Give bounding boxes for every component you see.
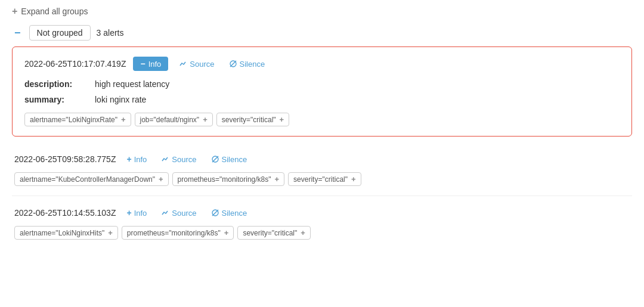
alert-2-tags: alertname="KubeControllerManagerDown" + …	[14, 172, 630, 186]
alert-1-tags: alertname="LokiNginxRate" + job="default…	[24, 113, 620, 126]
expand-all-icon: +	[12, 6, 17, 17]
source-icon-2	[161, 155, 169, 163]
source-icon-3	[161, 209, 169, 217]
tag-severity-1: severity="critical" +	[216, 113, 289, 126]
group-badge: Not grouped	[29, 25, 91, 41]
alert-2-timestamp: 2022-06-25T09:58:28.775Z	[14, 154, 116, 164]
tag-plus-8[interactable]: +	[224, 228, 229, 237]
tag-label: prometheus="monitoring/k8s"	[127, 229, 221, 237]
alert-3-silence-label: Silence	[222, 209, 247, 218]
tag-plus-7[interactable]: +	[108, 228, 113, 237]
alert-3-tags: alertname="LokiNginxHits" + prometheus="…	[14, 226, 630, 240]
alert-1-summary-label: summary:	[24, 95, 90, 104]
tag-label: prometheus="monitoring/k8s"	[178, 175, 271, 184]
alert-1-description-row: description: high request latency	[24, 79, 620, 89]
alert-3-source-button[interactable]: Source	[157, 206, 200, 220]
tag-plus-1[interactable]: +	[121, 115, 126, 124]
alert-1-info-label: Info	[148, 60, 162, 69]
alert-2-header: 2022-06-25T09:58:28.775Z + Info Source S…	[14, 152, 630, 166]
silence-icon-3	[211, 209, 219, 217]
alerts-container: 2022-06-25T10:17:07.419Z − Info Source S…	[12, 46, 632, 249]
alert-2-silence-label: Silence	[222, 155, 247, 164]
expand-all-groups-row[interactable]: + Expand all groups	[12, 6, 632, 17]
alert-2-source-button[interactable]: Source	[157, 153, 200, 166]
alert-1-details: description: high request latency summar…	[24, 79, 620, 104]
alert-3-info-button[interactable]: + Info	[123, 206, 150, 220]
alert-1-info-button[interactable]: − Info	[133, 57, 168, 71]
collapse-group-button[interactable]: −	[12, 27, 23, 38]
tag-severity-3: severity="critical" +	[237, 226, 310, 240]
alert-1-silence-label: Silence	[240, 60, 265, 69]
tag-alertname-1: alertname="LokiNginxRate" +	[24, 113, 131, 126]
alert-1-description-value: high request latency	[95, 79, 169, 89]
tag-plus-3[interactable]: +	[280, 115, 284, 124]
tag-prometheus-3: prometheus="monitoring/k8s" +	[122, 226, 234, 240]
tag-label: job="default/nginx"	[140, 116, 200, 124]
tag-plus-2[interactable]: +	[203, 115, 208, 124]
tag-plus-9[interactable]: +	[301, 228, 305, 237]
alerts-count: 3 alerts	[97, 28, 124, 38]
tag-label: severity="critical"	[293, 175, 348, 184]
expand-all-label: Expand all groups	[21, 7, 88, 16]
alert-2-silence-button[interactable]: Silence	[208, 153, 251, 166]
alert-3-source-label: Source	[172, 209, 196, 218]
alert-1-summary-value: loki nginx rate	[95, 95, 146, 104]
alert-1-description-label: description:	[24, 79, 90, 89]
alert-1-source-label: Source	[190, 60, 214, 69]
alert-1-summary-row: summary: loki nginx rate	[24, 95, 620, 104]
tag-label: alertname="KubeControllerManagerDown"	[20, 175, 155, 184]
alert-card-3: 2022-06-25T10:14:55.103Z + Info Source S…	[12, 196, 632, 249]
tag-alertname-3: alertname="LokiNginxHits" +	[14, 226, 118, 240]
alert-1-source-button[interactable]: Source	[175, 57, 218, 71]
alert-card-1: 2022-06-25T10:17:07.419Z − Info Source S…	[12, 46, 632, 137]
tag-label: alertname="LokiNginxRate"	[30, 116, 117, 124]
tag-label: severity="critical"	[243, 229, 297, 237]
alert-3-timestamp: 2022-06-25T10:14:55.103Z	[14, 208, 116, 218]
silence-icon-2	[211, 155, 219, 163]
group-header: − Not grouped 3 alerts	[12, 25, 632, 41]
alert-1-header: 2022-06-25T10:17:07.419Z − Info Source S…	[24, 57, 620, 71]
silence-icon-1	[229, 60, 237, 68]
alert-2-source-label: Source	[172, 155, 196, 164]
alert-card-2: 2022-06-25T09:58:28.775Z + Info Source S…	[12, 142, 632, 196]
tag-label: severity="critical"	[222, 116, 276, 124]
tag-plus-6[interactable]: +	[351, 175, 356, 184]
alert-3-header: 2022-06-25T10:14:55.103Z + Info Source S…	[14, 206, 630, 220]
tag-plus-5[interactable]: +	[275, 175, 280, 184]
tag-prometheus-2: prometheus="monitoring/k8s" +	[172, 172, 285, 186]
alert-1-timestamp: 2022-06-25T10:17:07.419Z	[24, 59, 126, 69]
alert-3-info-label: Info	[134, 209, 147, 218]
tag-label: alertname="LokiNginxHits"	[20, 229, 104, 237]
tag-job-1: job="default/nginx" +	[135, 113, 213, 126]
alert-2-info-label: Info	[134, 155, 147, 164]
tag-plus-4[interactable]: +	[159, 175, 163, 184]
alert-1-silence-button[interactable]: Silence	[225, 57, 269, 71]
alert-3-silence-button[interactable]: Silence	[208, 206, 251, 220]
source-icon-1	[179, 60, 187, 68]
tag-alertname-2: alertname="KubeControllerManagerDown" +	[14, 172, 169, 186]
tag-severity-2: severity="critical" +	[288, 172, 361, 186]
alert-2-info-button[interactable]: + Info	[123, 152, 150, 166]
